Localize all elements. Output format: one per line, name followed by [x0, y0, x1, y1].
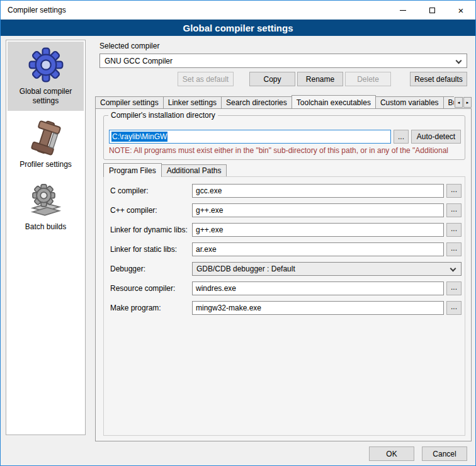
sidebar-item-label: Batch builds [25, 222, 66, 232]
compiler-settings-window: Compiler settings × Global compiler sett… [0, 0, 476, 466]
toolchain-subtabstrip: Program Files Additional Paths [103, 162, 226, 176]
chevron-down-icon [456, 58, 462, 64]
cpp-compiler-input[interactable]: g++.exe [192, 203, 444, 217]
selected-compiler-label: Selected compiler [99, 42, 159, 50]
program-files-panel: C compiler: gcc.exe ... C++ compiler: g+… [103, 176, 465, 436]
tab-compiler-settings[interactable]: Compiler settings [95, 96, 164, 108]
window-title: Compiler settings [8, 6, 66, 14]
sidebar-item-label: Global compiler settings [10, 87, 81, 106]
sidebar-item-label: Profiler settings [20, 160, 72, 169]
settings-sidebar: Global compiler settings Profiler settin… [6, 40, 86, 435]
tab-build-options-clipped[interactable]: Buil [443, 96, 454, 108]
static-linker-label: Linker for static libs: [110, 245, 177, 254]
c-compiler-label: C compiler: [110, 186, 149, 195]
reset-defaults-button[interactable]: Reset defaults [410, 72, 467, 86]
maximize-button[interactable] [417, 1, 446, 20]
dynamic-linker-browse-button[interactable]: ... [446, 223, 462, 237]
debugger-value: GDB/CDB debugger : Default [196, 264, 295, 273]
resource-compiler-browse-button[interactable]: ... [446, 281, 462, 295]
ok-button[interactable]: OK [369, 446, 414, 461]
titlebar: Compiler settings × [1, 1, 475, 20]
tab-toolchain-executables[interactable]: Toolchain executables [292, 95, 376, 108]
delete-button: Delete [345, 72, 391, 86]
compiler-select-value: GNU GCC Compiler [105, 57, 173, 65]
subtab-program-files[interactable]: Program Files [103, 163, 162, 177]
tab-linker-settings[interactable]: Linker settings [163, 96, 222, 108]
field-row-dynamic-linker: Linker for dynamic libs: g++.exe ... [104, 223, 465, 237]
arrow-left-icon: ◄ [457, 101, 461, 105]
tab-search-directories[interactable]: Search directories [221, 96, 292, 108]
maximize-icon [429, 8, 435, 13]
make-program-input[interactable]: mingw32-make.exe [192, 301, 444, 315]
static-linker-input[interactable]: ar.exe [192, 242, 444, 256]
sidebar-item-profiler-settings[interactable]: Profiler settings [8, 115, 84, 174]
resource-compiler-input[interactable]: windres.exe [192, 281, 444, 295]
cancel-button[interactable]: Cancel [422, 446, 467, 461]
dynamic-linker-label: Linker for dynamic libs: [110, 225, 188, 234]
tab-scroll-right-button[interactable]: ► [463, 97, 472, 108]
installation-directory-legend: Compiler's installation directory [108, 111, 218, 120]
window-controls: × [388, 1, 475, 20]
close-button[interactable]: × [446, 1, 475, 20]
installation-directory-browse-button[interactable]: ... [394, 130, 409, 144]
toolchain-executables-panel: Compiler's installation directory C:\ray… [95, 108, 472, 441]
subtab-additional-paths[interactable]: Additional Paths [161, 164, 227, 176]
field-row-make-program: Make program: mingw32-make.exe ... [104, 301, 465, 315]
minimize-button[interactable] [388, 1, 417, 20]
field-row-debugger: Debugger: GDB/CDB debugger : Default [104, 262, 465, 276]
page-title: Global compiler settings [1, 20, 475, 36]
copy-button[interactable]: Copy [249, 72, 295, 86]
installation-directory-groupbox: Compiler's installation directory C:\ray… [103, 115, 465, 160]
chevron-down-icon [450, 266, 456, 272]
minimize-icon [400, 10, 406, 11]
dynamic-linker-value: g++.exe [196, 225, 223, 234]
field-row-cpp-compiler: C++ compiler: g++.exe ... [104, 203, 465, 217]
set-as-default-button: Set as default [178, 72, 234, 86]
field-row-resource-compiler: Resource compiler: windres.exe ... [104, 281, 465, 295]
installation-directory-input[interactable]: C:\raylib\MinGW [109, 130, 391, 144]
static-linker-browse-button[interactable]: ... [446, 242, 462, 256]
arrow-right-icon: ► [466, 101, 470, 105]
cpp-compiler-value: g++.exe [196, 206, 223, 215]
make-program-browse-button[interactable]: ... [446, 301, 462, 315]
field-row-c-compiler: C compiler: gcc.exe ... [104, 184, 465, 198]
auto-detect-button[interactable]: Auto-detect [411, 130, 461, 144]
resource-compiler-value: windres.exe [196, 284, 236, 293]
rename-button[interactable]: Rename [297, 72, 343, 86]
bin-subdirectory-note: NOTE: All programs must exist either in … [109, 146, 463, 155]
blue-gear-icon [28, 47, 64, 83]
resource-compiler-label: Resource compiler: [110, 284, 175, 293]
static-linker-value: ar.exe [196, 245, 217, 254]
tab-custom-variables[interactable]: Custom variables [375, 96, 444, 108]
c-compiler-browse-button[interactable]: ... [446, 184, 462, 198]
cpp-compiler-browse-button[interactable]: ... [446, 203, 462, 217]
debugger-select[interactable]: GDB/CDB debugger : Default [192, 262, 462, 276]
make-program-label: Make program: [110, 304, 161, 312]
dynamic-linker-input[interactable]: g++.exe [192, 223, 444, 237]
c-compiler-value: gcc.exe [196, 186, 222, 195]
c-compiler-input[interactable]: gcc.exe [192, 184, 444, 198]
installation-directory-value: C:\raylib\MinGW [111, 132, 167, 142]
close-icon: × [458, 5, 464, 16]
sidebar-item-global-compiler-settings[interactable]: Global compiler settings [8, 42, 84, 111]
settings-tabstrip: Compiler settings Linker settings Search… [95, 95, 454, 108]
field-row-static-linker: Linker for static libs: ar.exe ... [104, 242, 465, 256]
tab-scroll-left-button[interactable]: ◄ [455, 97, 463, 108]
debugger-label: Debugger: [110, 264, 145, 273]
profiler-tool-icon [29, 120, 63, 156]
make-program-value: mingw32-make.exe [196, 304, 261, 312]
sidebar-item-batch-builds[interactable]: Batch builds [8, 178, 84, 237]
gray-gears-icon [28, 183, 64, 219]
cpp-compiler-label: C++ compiler: [110, 206, 157, 215]
compiler-select[interactable]: GNU GCC Compiler [99, 54, 467, 68]
